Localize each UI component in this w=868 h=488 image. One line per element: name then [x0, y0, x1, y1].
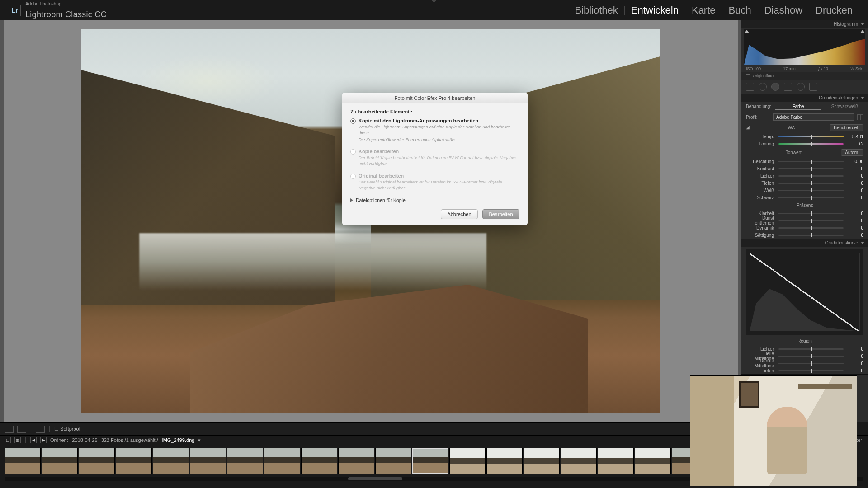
original-photo-row[interactable]: Originalfoto [741, 72, 868, 80]
thumb[interactable] [301, 448, 337, 474]
clarity-value[interactable]: 0 [845, 211, 863, 216]
exposure-value[interactable]: 0,00 [845, 159, 863, 164]
spot-tool-icon[interactable] [759, 83, 767, 91]
redeye-tool-icon[interactable] [771, 83, 779, 91]
checkbox-icon[interactable] [746, 74, 750, 78]
region-lights-value[interactable]: 0 [845, 347, 863, 352]
tint-value[interactable]: +2 [845, 141, 863, 146]
brush-tool-icon[interactable] [809, 83, 817, 91]
thumb[interactable] [190, 448, 226, 474]
dehaze-slider[interactable] [778, 220, 844, 221]
shadows-slider[interactable] [778, 183, 844, 184]
radio-selected-icon[interactable] [350, 118, 356, 124]
panel-header-histogram[interactable]: Histogramm [741, 20, 868, 28]
region-dmid-value[interactable]: 0 [845, 361, 863, 366]
temp-value[interactable]: 5.481 [845, 134, 863, 139]
thumb[interactable] [449, 448, 486, 474]
disclosure-file-options[interactable]: Dateioptionen für Kopie [350, 197, 519, 203]
crop-tool-icon[interactable] [746, 83, 754, 91]
tint-slider[interactable] [778, 143, 844, 145]
saturation-slider[interactable] [778, 235, 844, 236]
region-darks-slider[interactable] [778, 370, 844, 371]
blacks-value[interactable]: 0 [845, 195, 863, 200]
folder-name[interactable]: 2018-04-25 [72, 437, 97, 443]
thumb[interactable] [338, 448, 374, 474]
thumb[interactable] [116, 448, 152, 474]
cancel-button[interactable]: Abbrechen [441, 209, 478, 219]
panel-toggle-icon[interactable] [861, 97, 864, 99]
thumb[interactable] [524, 448, 560, 474]
clarity-slider[interactable] [778, 213, 844, 214]
shadows-value[interactable]: 0 [845, 181, 863, 186]
region-dmid-slider[interactable] [778, 363, 844, 364]
whites-value[interactable]: 0 [845, 188, 863, 193]
thumb[interactable] [5, 448, 41, 474]
grad-tool-icon[interactable] [784, 83, 792, 91]
nav-back-icon[interactable]: ◀ [30, 437, 37, 443]
exposure-slider[interactable] [778, 161, 844, 162]
scrollbar-thumb[interactable] [348, 477, 402, 480]
thumb[interactable] [561, 448, 597, 474]
blacks-slider[interactable] [778, 197, 844, 198]
panel-header-curve[interactable]: Gradationskurve [741, 239, 868, 247]
softproof-checkbox[interactable]: ☐ Softproof [54, 426, 80, 432]
profile-select[interactable]: Adobe Farbe [773, 113, 854, 121]
before-after-icon[interactable] [17, 426, 26, 433]
module-print[interactable]: Drucken [809, 5, 859, 16]
region-hmid-value[interactable]: 0 [845, 354, 863, 359]
thumb[interactable] [375, 448, 411, 474]
wb-preset-select[interactable]: Benutzerdef. [830, 124, 863, 131]
grid-icon[interactable]: ▦ [14, 437, 21, 443]
panel-toggle-icon[interactable] [861, 242, 864, 244]
region-darks-value[interactable]: 0 [845, 368, 863, 373]
region-lights-slider[interactable] [778, 348, 844, 350]
saturation-value[interactable]: 0 [845, 233, 863, 238]
region-hmid-slider[interactable] [778, 356, 844, 357]
treatment-bw[interactable]: Schwarzweiß [821, 104, 868, 110]
temp-slider[interactable] [778, 136, 844, 137]
highlights-slider[interactable] [778, 175, 844, 177]
thumb[interactable] [153, 448, 189, 474]
clip-shadow-icon[interactable] [745, 30, 749, 33]
whites-slider[interactable] [778, 190, 844, 191]
vibrance-slider[interactable] [778, 227, 844, 229]
nav-fwd-icon[interactable]: ▶ [40, 437, 47, 443]
thumb-selected[interactable]: • • • • • [412, 448, 448, 474]
ba-mode-icon[interactable] [36, 426, 45, 433]
module-slideshow[interactable]: Diashow [758, 5, 809, 16]
contrast-value[interactable]: 0 [845, 166, 863, 171]
vibrance-value[interactable]: 0 [845, 225, 863, 230]
module-library[interactable]: Bibliothek [568, 5, 624, 16]
dehaze-value[interactable]: 0 [845, 218, 863, 223]
thumb[interactable] [598, 448, 634, 474]
auto-tone-button[interactable]: Autom. [841, 149, 863, 156]
tone-curve[interactable] [746, 249, 863, 335]
thumb[interactable] [42, 448, 78, 474]
histogram[interactable] [744, 29, 865, 65]
thumb[interactable] [635, 448, 671, 474]
thumb[interactable] [264, 448, 300, 474]
thumb[interactable] [227, 448, 263, 474]
module-map[interactable]: Karte [685, 5, 722, 16]
eyedropper-icon[interactable]: ◢ [746, 125, 754, 131]
treatment-color[interactable]: Farbe [775, 104, 821, 110]
radial-tool-icon[interactable] [797, 83, 805, 91]
loupe-view-icon[interactable] [5, 426, 14, 433]
thumb[interactable] [79, 448, 115, 474]
panel-collapse-handle-top[interactable] [418, 0, 450, 4]
edit-button[interactable]: Bearbeiten [482, 209, 519, 219]
clip-highlight-icon[interactable] [860, 30, 865, 33]
current-filename[interactable]: IMG_2499.dng [162, 437, 195, 443]
contrast-slider[interactable] [778, 168, 844, 169]
panel-toggle-icon[interactable] [861, 23, 864, 25]
filename-menu-icon[interactable]: ▾ [198, 437, 201, 443]
curve-line[interactable] [750, 253, 860, 331]
profile-browser-icon[interactable] [857, 114, 863, 120]
panel-header-basic[interactable]: Grundeinstellungen [741, 94, 868, 102]
option-copy-with-adjustments[interactable]: Kopie mit den Lightroom-Anpassungen bear… [350, 118, 519, 142]
second-monitor-icon[interactable]: ▢ [5, 437, 11, 443]
highlights-value[interactable]: 0 [845, 174, 863, 178]
module-book[interactable]: Buch [722, 5, 758, 16]
module-develop[interactable]: Entwickeln [625, 5, 685, 16]
thumb[interactable] [486, 448, 523, 474]
